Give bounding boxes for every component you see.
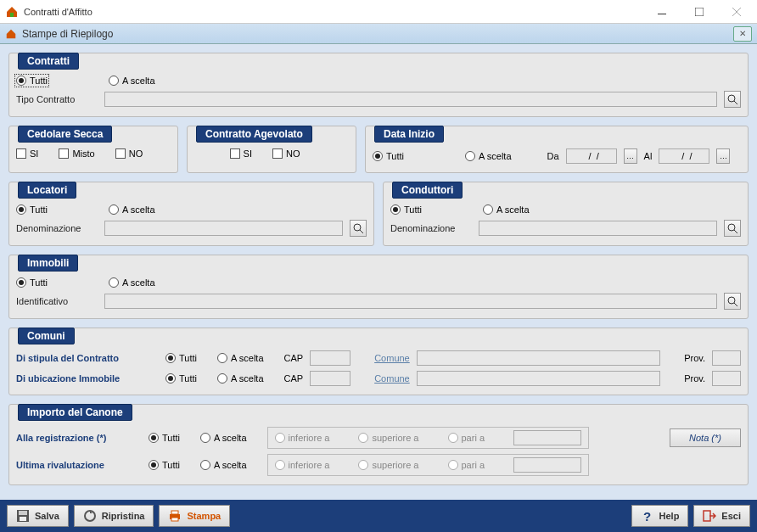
lookup-locatori[interactable] bbox=[350, 220, 367, 237]
input-stipula-cap bbox=[310, 350, 350, 366]
radio-locatori-ascelta[interactable]: A scelta bbox=[109, 204, 155, 215]
panel-immobili: Immobili Tutti A scelta Identificativo bbox=[8, 255, 749, 319]
window-close-button[interactable] bbox=[718, 2, 755, 22]
svg-line-10 bbox=[734, 230, 737, 233]
radio-immobili-tutti[interactable]: Tutti bbox=[16, 277, 48, 288]
child-window-close-button[interactable]: ✕ bbox=[733, 26, 752, 42]
esci-button[interactable]: Esci bbox=[693, 505, 750, 527]
svg-point-9 bbox=[728, 224, 735, 231]
radio-ubicazione-ascelta[interactable]: A scelta bbox=[217, 373, 264, 384]
child-window-header: Stampe di Riepilogo ✕ bbox=[0, 24, 757, 44]
panel-legend: Importo del Canone bbox=[18, 404, 132, 421]
svg-rect-20 bbox=[704, 511, 710, 521]
panel-agevolato: Contratto Agevolato SI NO bbox=[187, 126, 356, 173]
radio-contratti-ascelta[interactable]: A scelta bbox=[109, 76, 155, 86]
panel-contratti: Contratti Tutti A scelta Tipo Contratto bbox=[8, 53, 749, 117]
salva-button[interactable]: Salva bbox=[7, 505, 69, 527]
lookup-conduttori[interactable] bbox=[724, 220, 741, 237]
nota-button[interactable]: Nota (*) bbox=[670, 428, 741, 447]
radio-contratti-tutti[interactable]: Tutti bbox=[16, 76, 48, 86]
label-locatori-denom: Denominazione bbox=[16, 223, 98, 233]
panel-legend: Cedolare Secca bbox=[18, 126, 112, 143]
radio-datainizio-ascelta[interactable]: A scelta bbox=[465, 151, 512, 161]
datepicker-al[interactable]: … bbox=[716, 148, 730, 164]
input-ubicazione-cap bbox=[310, 371, 350, 386]
panel-legend: Conduttori bbox=[392, 182, 463, 199]
radio-reg-tutti[interactable]: Tutti bbox=[149, 433, 180, 443]
ripristina-button[interactable]: Ripristina bbox=[74, 505, 154, 527]
svg-rect-15 bbox=[20, 517, 26, 521]
input-locatori-denom bbox=[104, 221, 343, 236]
radio-reg-ascelta[interactable]: A scelta bbox=[200, 433, 247, 443]
input-ubicazione-comune bbox=[417, 371, 660, 386]
form-content: Contratti Tutti A scelta Tipo Contratto … bbox=[0, 44, 757, 500]
radio-ubicazione-tutti[interactable]: Tutti bbox=[165, 373, 197, 384]
child-window-title: Stampe di Riepilogo bbox=[22, 28, 733, 40]
check-agevolato-si[interactable]: SI bbox=[230, 148, 252, 159]
svg-line-8 bbox=[360, 230, 363, 233]
window-titlebar: Contratti d'Affitto bbox=[0, 0, 757, 24]
footer-toolbar: Salva Ripristina Stampa ? Help Esci bbox=[0, 500, 757, 532]
stampa-button[interactable]: Stampa bbox=[159, 505, 230, 527]
radio-conduttori-ascelta[interactable]: A scelta bbox=[483, 204, 530, 215]
label-rivalutazione: Ultima rivalutazione bbox=[16, 460, 142, 470]
input-ubicazione-prov bbox=[712, 371, 741, 386]
input-conduttori-denom bbox=[479, 221, 717, 236]
refresh-icon bbox=[83, 509, 97, 523]
datepicker-da[interactable]: … bbox=[624, 148, 637, 164]
svg-rect-1 bbox=[658, 14, 666, 14]
panel-conduttori: Conduttori Tutti A scelta Denominazione bbox=[383, 182, 749, 246]
label-prov: Prov. bbox=[684, 353, 705, 363]
help-button[interactable]: ? Help bbox=[631, 505, 689, 527]
radio-riv-ascelta[interactable]: A scelta bbox=[200, 460, 247, 470]
radio-datainizio-tutti[interactable]: Tutti bbox=[373, 151, 404, 161]
lookup-tipo-contratto[interactable] bbox=[724, 91, 741, 108]
link-comune-ubicazione[interactable]: Comune bbox=[374, 373, 410, 384]
input-stipula-prov bbox=[712, 350, 741, 366]
radio-riv-tutti[interactable]: Tutti bbox=[149, 460, 180, 470]
panel-legend: Contratto Agevolato bbox=[196, 126, 312, 143]
printer-icon bbox=[168, 509, 182, 523]
radio-riv-pari: pari a bbox=[448, 460, 485, 470]
check-cedolare-no[interactable]: NO bbox=[115, 148, 143, 159]
window-title: Contratti d'Affitto bbox=[24, 7, 643, 17]
svg-rect-14 bbox=[19, 511, 27, 515]
radio-stipula-ascelta[interactable]: A scelta bbox=[217, 353, 264, 363]
link-comune-stipula[interactable]: Comune bbox=[374, 353, 410, 363]
lookup-immobili[interactable] bbox=[724, 293, 741, 310]
radio-riv-superiore: superiore a bbox=[358, 460, 418, 470]
window-minimize-button[interactable] bbox=[643, 2, 681, 22]
input-data-al bbox=[659, 148, 709, 164]
check-cedolare-si[interactable]: SI bbox=[16, 148, 38, 159]
label-cap: CAP bbox=[284, 353, 304, 363]
svg-rect-2 bbox=[695, 8, 704, 16]
label-stipula: Di stipula del Contratto bbox=[16, 353, 159, 363]
radio-locatori-tutti[interactable]: Tutti bbox=[16, 204, 48, 215]
svg-line-12 bbox=[734, 303, 737, 306]
input-stipula-comune bbox=[417, 350, 660, 366]
input-data-da bbox=[566, 148, 617, 164]
check-agevolato-no[interactable]: NO bbox=[272, 148, 300, 159]
radio-reg-pari: pari a bbox=[448, 433, 485, 443]
radio-stipula-tutti[interactable]: Tutti bbox=[165, 353, 197, 363]
panel-locatori: Locatori Tutti A scelta Denominazione bbox=[8, 182, 374, 246]
check-cedolare-misto[interactable]: Misto bbox=[59, 148, 94, 159]
radio-immobili-ascelta[interactable]: A scelta bbox=[109, 277, 155, 288]
label-identificativo: Identificativo bbox=[16, 296, 98, 306]
svg-rect-18 bbox=[171, 511, 178, 514]
radio-reg-superiore: superiore a bbox=[358, 433, 418, 443]
panel-comuni: Comuni Di stipula del Contratto Tutti A … bbox=[8, 328, 749, 395]
window-maximize-button[interactable] bbox=[681, 2, 718, 22]
label-conduttori-denom: Denominazione bbox=[390, 223, 472, 233]
label-ubicazione: Di ubicazione Immobile bbox=[16, 373, 159, 384]
svg-point-5 bbox=[728, 95, 735, 102]
label-prov: Prov. bbox=[684, 373, 705, 384]
panel-legend: Immobili bbox=[18, 255, 78, 272]
radio-conduttori-tutti[interactable]: Tutti bbox=[390, 204, 422, 215]
input-identificativo bbox=[104, 294, 717, 309]
panel-cedolare: Cedolare Secca SI Misto NO bbox=[8, 126, 178, 173]
help-icon: ? bbox=[641, 509, 654, 523]
input-reg-importo bbox=[513, 430, 581, 445]
floppy-icon bbox=[16, 509, 30, 523]
app-icon bbox=[5, 5, 19, 19]
